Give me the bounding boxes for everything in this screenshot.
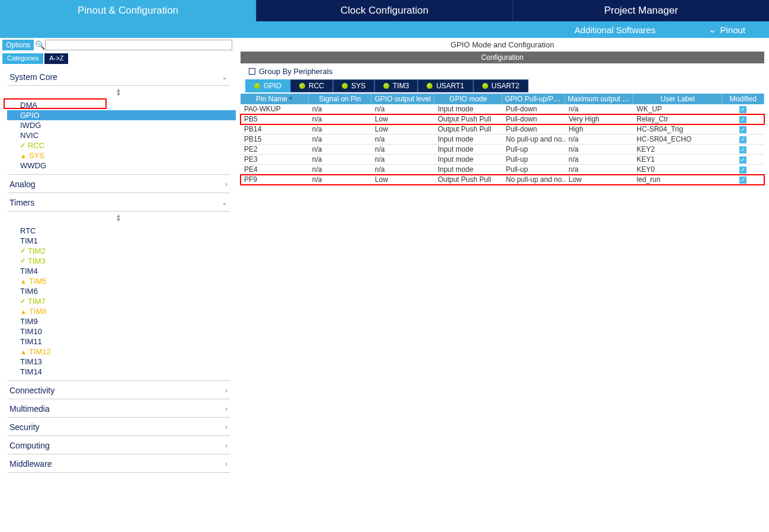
tree-item-tim2[interactable]: ✓TIM2 <box>20 246 230 256</box>
tree-item-tim14[interactable]: TIM14 <box>20 367 230 377</box>
cell-pin[interactable]: PF9 <box>241 175 309 185</box>
column-header[interactable]: Modified <box>722 94 764 104</box>
column-header[interactable]: GPIO output level <box>371 94 434 104</box>
section-timers[interactable]: Timers ⌄ <box>7 193 230 211</box>
cell-modified[interactable]: ✓ <box>722 124 764 134</box>
cell-speed[interactable]: n/a <box>565 145 633 155</box>
cell-sig[interactable]: n/a <box>309 134 371 145</box>
table-row[interactable]: PE3n/an/aInput modePull-upn/aKEY1✓ <box>241 155 764 165</box>
peripheral-tab-gpio[interactable]: GPIO <box>245 79 290 92</box>
cell-out[interactable]: n/a <box>371 104 434 114</box>
cell-speed[interactable]: n/a <box>565 165 633 175</box>
section-security[interactable]: Security › <box>7 418 230 436</box>
cell-sig[interactable]: n/a <box>309 155 371 165</box>
cell-modified[interactable]: ✓ <box>722 134 764 145</box>
tab-categories[interactable]: Categories <box>2 53 43 64</box>
column-header[interactable]: Pin Name ◆ <box>241 94 309 104</box>
section-connectivity[interactable]: Connectivity › <box>7 381 230 399</box>
cell-label[interactable]: led_run <box>633 175 722 185</box>
section-analog[interactable]: Analog › <box>7 175 230 193</box>
cell-pull[interactable]: Pull-down <box>502 104 565 114</box>
cell-sig[interactable]: n/a <box>309 114 371 124</box>
cell-out[interactable]: n/a <box>371 155 434 165</box>
cell-pull[interactable]: Pull-down <box>502 124 565 134</box>
cell-pull[interactable]: Pull-down <box>502 114 565 124</box>
tree-item-tim1[interactable]: TIM1 <box>20 236 230 246</box>
cell-mode[interactable]: Input mode <box>434 145 502 155</box>
cell-pin[interactable]: PA0-WKUP <box>241 104 309 114</box>
tree-item-rtc[interactable]: RTC <box>20 226 230 236</box>
tree-item-tim3[interactable]: ✓TIM3 <box>20 256 230 266</box>
cell-mode[interactable]: Output Push Pull <box>434 124 502 134</box>
cell-pin[interactable]: PB15 <box>241 134 309 145</box>
peripheral-tab-sys[interactable]: SYS <box>333 79 374 92</box>
tree-item-gpio[interactable]: GPIO <box>7 110 236 120</box>
tree-item-iwdg[interactable]: IWDG <box>20 120 230 130</box>
updown-icon[interactable]: ▲▼ <box>7 86 230 99</box>
tree-item-tim5[interactable]: ▲TIM5 <box>20 276 230 286</box>
table-row[interactable]: PE2n/an/aInput modePull-upn/aKEY2✓ <box>241 145 764 155</box>
tree-item-nvic[interactable]: NVIC <box>20 130 230 140</box>
cell-sig[interactable]: n/a <box>309 145 371 155</box>
tab-pinout-config[interactable]: Pinout & Configuration <box>0 0 256 21</box>
tree-item-wwdg[interactable]: WWDG <box>20 161 230 171</box>
cell-mode[interactable]: Input mode <box>434 104 502 114</box>
cell-modified[interactable]: ✓ <box>722 114 764 124</box>
options-button[interactable]: Options <box>2 40 34 50</box>
section-computing[interactable]: Computing › <box>7 436 230 454</box>
cell-out[interactable]: Low <box>371 124 434 134</box>
cell-pull[interactable]: Pull-up <box>502 145 565 155</box>
cell-pin[interactable]: PE2 <box>241 145 309 155</box>
cell-pull[interactable]: No pull-up and no... <box>502 134 565 145</box>
cell-pull[interactable]: No pull-up and no... <box>502 175 565 185</box>
cell-pull[interactable]: Pull-up <box>502 155 565 165</box>
cell-speed[interactable]: High <box>565 124 633 134</box>
section-multimedia[interactable]: Multimedia › <box>7 399 230 418</box>
tree-item-tim9[interactable]: TIM9 <box>20 316 230 326</box>
tree-item-tim13[interactable]: TIM13 <box>20 357 230 367</box>
tree-item-tim6[interactable]: TIM6 <box>20 286 230 296</box>
cell-pin[interactable]: PB14 <box>241 124 309 134</box>
cell-modified[interactable]: ✓ <box>722 165 764 175</box>
cell-pin[interactable]: PE4 <box>241 165 309 175</box>
cell-sig[interactable]: n/a <box>309 175 371 185</box>
cell-speed[interactable]: n/a <box>565 155 633 165</box>
group-by-peripherals[interactable]: Group By Peripherals <box>241 63 764 79</box>
column-header[interactable]: Maximum output s... <box>565 94 633 104</box>
cell-label[interactable]: HC-SR04_ECHO <box>633 134 722 145</box>
tree-item-rcc[interactable]: ✓RCC <box>20 140 230 150</box>
tree-item-tim7[interactable]: ✓TIM7 <box>20 296 230 306</box>
cell-out[interactable]: n/a <box>371 134 434 145</box>
cell-out[interactable]: n/a <box>371 145 434 155</box>
peripheral-tab-usart1[interactable]: USART1 <box>418 79 473 92</box>
updown-icon[interactable]: ▲▼ <box>7 211 230 225</box>
section-middleware[interactable]: Middleware › <box>7 454 230 473</box>
checkbox-icon[interactable] <box>249 68 255 75</box>
tree-item-tim8[interactable]: ▲TIM8 <box>20 306 230 316</box>
cell-speed[interactable]: n/a <box>565 134 633 145</box>
cell-out[interactable]: Low <box>371 175 434 185</box>
cell-speed[interactable]: Very High <box>565 114 633 124</box>
tab-a-to-z[interactable]: A->Z <box>44 53 68 64</box>
column-header[interactable]: GPIO mode <box>434 94 502 104</box>
tree-item-tim12[interactable]: ▲TIM12 <box>20 347 230 357</box>
table-row[interactable]: PB15n/an/aInput modeNo pull-up and no...… <box>241 134 764 145</box>
cell-speed[interactable]: n/a <box>565 104 633 114</box>
cell-modified[interactable]: ✓ <box>722 145 764 155</box>
column-header[interactable]: Signal on Pin <box>309 94 371 104</box>
cell-sig[interactable]: n/a <box>309 165 371 175</box>
cell-label[interactable]: WK_UP <box>633 104 722 114</box>
cell-pin[interactable]: PB5 <box>241 114 309 124</box>
additional-softwares-menu[interactable]: Additional Softwares <box>575 25 656 35</box>
cell-out[interactable]: Low <box>371 114 434 124</box>
cell-label[interactable]: KEY1 <box>633 155 722 165</box>
cell-out[interactable]: n/a <box>371 165 434 175</box>
tree-item-tim4[interactable]: TIM4 <box>20 266 230 276</box>
cell-mode[interactable]: Input mode <box>434 165 502 175</box>
tree-item-tim10[interactable]: TIM10 <box>20 326 230 336</box>
table-row[interactable]: PA0-WKUPn/an/aInput modePull-downn/aWK_U… <box>241 104 764 114</box>
tree-item-tim11[interactable]: TIM11 <box>20 336 230 347</box>
cell-mode[interactable]: Input mode <box>434 155 502 165</box>
tree-item-dma[interactable]: DMA <box>20 100 230 110</box>
search-input[interactable] <box>45 40 232 50</box>
